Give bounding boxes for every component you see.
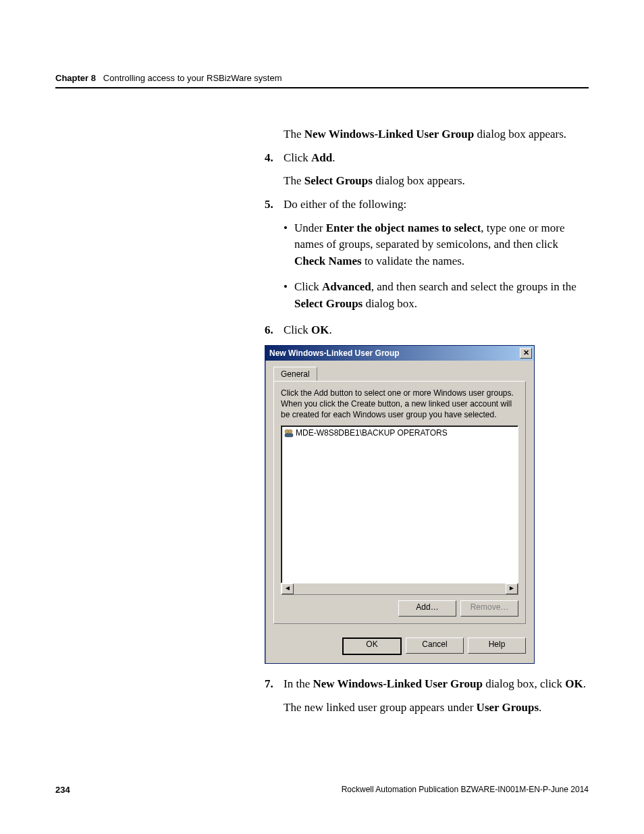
- dialog-titlebar[interactable]: New Windows-Linked User Group ✕: [265, 346, 534, 361]
- step-7: 7. In the New Windows-Linked User Group …: [265, 676, 589, 693]
- scroll-left-icon[interactable]: ◄: [281, 583, 294, 594]
- page-header: Chapter 8 Controlling access to your RSB…: [55, 73, 589, 88]
- svg-rect-2: [285, 434, 293, 437]
- dialog-title: New Windows-Linked User Group: [269, 348, 400, 358]
- close-icon[interactable]: ✕: [520, 348, 532, 359]
- remove-button: Remove…: [460, 600, 518, 617]
- group-listbox[interactable]: MDE-W8S8DBE1\BACKUP OPERATORS: [281, 425, 518, 583]
- step-4: 4. Click Add.: [265, 150, 589, 167]
- ok-button[interactable]: OK: [342, 637, 402, 655]
- paragraph: The Select Groups dialog box appears.: [284, 173, 589, 190]
- page-number: 234: [55, 785, 70, 795]
- tab-general[interactable]: General: [273, 367, 317, 381]
- bullet-1: • Under Enter the object names to select…: [284, 220, 589, 270]
- tab-strip: General: [273, 366, 526, 381]
- list-item[interactable]: MDE-W8S8DBE1\BACKUP OPERATORS: [283, 427, 516, 438]
- paragraph: The New Windows-Linked User Group dialog…: [284, 126, 589, 143]
- help-button[interactable]: Help: [468, 637, 526, 654]
- step-5: 5. Do either of the following:: [265, 197, 589, 213]
- step-6: 6. Click OK.: [265, 322, 589, 339]
- add-button[interactable]: Add…: [398, 600, 456, 617]
- dialog-new-windows-linked-user-group: New Windows-Linked User Group ✕ General …: [265, 345, 535, 664]
- cancel-button[interactable]: Cancel: [406, 637, 464, 654]
- chapter-title: Controlling access to your RSBizWare sys…: [103, 73, 282, 83]
- dialog-instruction: Click the Add button to select one or mo…: [281, 388, 518, 420]
- list-item-label: MDE-W8S8DBE1\BACKUP OPERATORS: [296, 428, 448, 438]
- publication-info: Rockwell Automation Publication BZWARE-I…: [342, 785, 589, 795]
- paragraph: The new linked user group appears under …: [284, 700, 589, 716]
- group-icon: [284, 428, 294, 438]
- svg-point-1: [288, 429, 292, 434]
- scroll-right-icon[interactable]: ►: [506, 583, 518, 594]
- body-content: The New Windows-Linked User Group dialog…: [265, 126, 589, 338]
- bullet-2: • Click Advanced, and then search and se…: [284, 279, 589, 312]
- horizontal-scrollbar[interactable]: ◄ ►: [281, 583, 518, 595]
- chapter-number: Chapter 8: [55, 73, 96, 83]
- tab-panel: Click the Add button to select one or mo…: [273, 381, 526, 624]
- page-footer: 234 Rockwell Automation Publication BZWA…: [55, 785, 589, 795]
